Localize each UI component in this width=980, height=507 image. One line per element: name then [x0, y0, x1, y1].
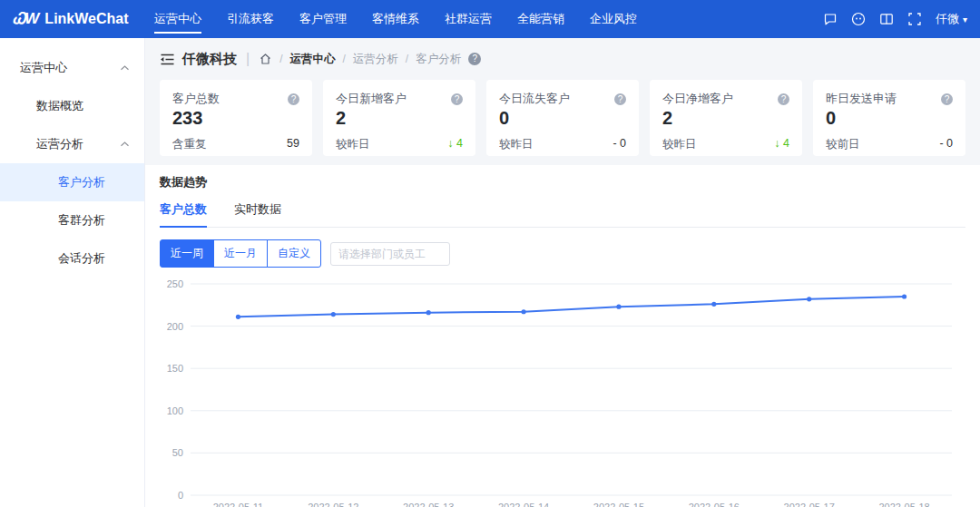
tab-realtime-data[interactable]: 实时数据 [234, 198, 281, 227]
company-name: 仟微科技 [182, 51, 237, 68]
stat-cards: 客户总数 ? 233 含重复 59 今日新增客户 ? 2 较昨日 ↓ 4 [145, 80, 980, 156]
fullscreen-icon[interactable] [907, 12, 922, 26]
collapse-sidebar-icon[interactable] [160, 53, 175, 66]
svg-text:2022-05-13: 2022-05-13 [403, 502, 454, 507]
stat-title: 今日新增客户 [336, 91, 407, 107]
sidebar-item-customer-group-analysis[interactable]: 客群分析 [0, 201, 144, 239]
stat-value: 0 [826, 108, 953, 129]
stat-sub-value: - 0 [939, 137, 953, 152]
main-nav: 运营中心 引流获客 客户管理 客情维系 社群运营 全能营销 企业风控 [142, 0, 650, 38]
stat-sub-label: 较昨日 [499, 137, 534, 152]
stat-value: 0 [499, 108, 626, 129]
stat-sub-value: ↓ 4 [774, 137, 789, 152]
help-icon[interactable]: ? [468, 53, 481, 65]
nav-item-omni-marketing[interactable]: 全能营销 [505, 0, 577, 38]
breadcrumb-operations-center[interactable]: 运营中心 [290, 52, 336, 67]
breadcrumb-separator: / [343, 53, 346, 65]
top-navbar: ᏇW LinkWeChat 运营中心 引流获客 客户管理 客情维系 社群运营 全… [0, 0, 980, 38]
svg-text:2022-05-18: 2022-05-18 [878, 502, 929, 507]
help-icon[interactable]: ? [778, 93, 789, 105]
tab-customer-total[interactable]: 客户总数 [160, 198, 207, 227]
breadcrumb: 仟微科技 | / 运营中心 / 运营分析 / 客户分析 ? [145, 38, 980, 80]
main-content: 仟微科技 | / 运营中心 / 运营分析 / 客户分析 ? 客户总数 ? 233 [145, 38, 980, 507]
chevron-down-icon: ▾ [963, 15, 967, 24]
stat-sub-value: ↓ 4 [447, 137, 463, 152]
range-custom-button[interactable]: 自定义 [267, 239, 321, 268]
stat-card-total-customers: 客户总数 ? 233 含重复 59 [160, 80, 312, 156]
github-icon[interactable] [851, 12, 866, 26]
nav-item-community-operations[interactable]: 社群运营 [432, 0, 505, 38]
nav-item-customer-relations[interactable]: 客情维系 [359, 0, 432, 38]
navbar-right: 仟微 ▾ [823, 11, 967, 27]
svg-text:100: 100 [167, 405, 183, 416]
sidebar-item-operations-analysis[interactable]: 运营分析 [0, 125, 144, 163]
stat-title: 客户总数 [172, 91, 220, 107]
help-icon[interactable]: ? [614, 93, 626, 105]
chart-controls: 近一周 近一月 自定义 [160, 239, 965, 268]
svg-text:2022-05-16: 2022-05-16 [689, 502, 740, 507]
stat-card-new-today: 今日新增客户 ? 2 较昨日 ↓ 4 [323, 80, 475, 156]
sidebar: 运营中心 数据概览 运营分析 客户分析 客群分析 会话分析 [0, 38, 145, 507]
stat-sub-label: 较昨日 [662, 137, 697, 152]
nav-item-customer-management[interactable]: 客户管理 [287, 0, 359, 38]
sidebar-item-label: 运营中心 [20, 60, 67, 76]
sidebar-item-label: 会话分析 [58, 250, 105, 267]
stat-title: 今日净增客户 [662, 91, 733, 107]
user-name: 仟微 [936, 11, 959, 27]
help-icon[interactable]: ? [288, 93, 299, 105]
stat-title: 昨日发送申请 [826, 91, 897, 107]
user-menu[interactable]: 仟微 ▾ [936, 11, 967, 27]
sidebar-item-session-analysis[interactable]: 会话分析 [0, 239, 144, 278]
sidebar-item-customer-analysis[interactable]: 客户分析 [0, 163, 144, 201]
message-icon[interactable] [823, 12, 838, 26]
sidebar-item-label: 客户分析 [58, 174, 105, 190]
section-title: 数据趋势 [160, 174, 965, 190]
breadcrumb-divider: | [246, 51, 250, 67]
sidebar-item-data-overview[interactable]: 数据概览 [0, 87, 144, 125]
logo[interactable]: ᏇW LinkWeChat [13, 10, 142, 28]
stat-sub-value: - 0 [612, 137, 626, 152]
stat-value: 233 [172, 108, 299, 129]
breadcrumb-operations-analysis[interactable]: 运营分析 [353, 52, 398, 67]
stat-sub-label: 较前日 [826, 137, 860, 152]
nav-item-operations-center[interactable]: 运营中心 [142, 0, 214, 38]
layout-columns-icon[interactable] [879, 12, 894, 26]
svg-text:200: 200 [167, 321, 183, 332]
stat-value: 2 [662, 108, 789, 129]
stat-value: 2 [336, 108, 463, 129]
home-icon[interactable] [259, 53, 272, 65]
help-icon[interactable]: ? [451, 93, 463, 105]
chart-area: 0501001502002502022-05-112022-05-122022-… [160, 271, 965, 507]
customer-trend-chart: 0501001502002502022-05-112022-05-122022-… [160, 271, 965, 507]
breadcrumb-separator: / [279, 53, 282, 65]
range-button-group: 近一周 近一月 自定义 [160, 239, 321, 268]
logo-icon: ᏇW [13, 10, 38, 28]
sidebar-item-operations-center[interactable]: 运营中心 [0, 49, 144, 87]
svg-text:2022-05-17: 2022-05-17 [784, 502, 835, 507]
range-month-button[interactable]: 近一月 [213, 239, 268, 268]
brand-name: LinkWeChat [44, 11, 128, 27]
chevron-up-icon [120, 141, 130, 148]
breadcrumb-separator: / [406, 53, 408, 65]
stat-card-lost-today: 今日流失客户 ? 0 较昨日 - 0 [486, 80, 639, 156]
chevron-up-icon [120, 64, 130, 72]
data-trend-panel: 数据趋势 客户总数 实时数据 近一周 近一月 自定义 0501001502002… [145, 165, 980, 507]
sidebar-item-label: 数据概览 [36, 98, 83, 114]
breadcrumb-customer-analysis[interactable]: 客户分析 [416, 52, 461, 67]
svg-text:2022-05-11: 2022-05-11 [213, 502, 263, 507]
svg-text:250: 250 [167, 278, 183, 289]
nav-item-lead-acquisition[interactable]: 引流获客 [214, 0, 287, 38]
sidebar-item-label: 运营分析 [36, 136, 83, 152]
svg-text:0: 0 [178, 490, 183, 501]
stat-card-requests-yesterday: 昨日发送申请 ? 0 较前日 - 0 [813, 80, 965, 156]
sidebar-item-label: 客群分析 [58, 212, 105, 229]
range-week-button[interactable]: 近一周 [160, 239, 214, 268]
nav-item-enterprise-risk[interactable]: 企业风控 [577, 0, 650, 38]
svg-text:2022-05-12: 2022-05-12 [308, 502, 358, 507]
stat-sub-value: 59 [287, 137, 299, 152]
dept-employee-picker[interactable] [330, 242, 450, 266]
svg-text:2022-05-15: 2022-05-15 [593, 502, 644, 507]
svg-text:50: 50 [172, 447, 183, 458]
stat-title: 今日流失客户 [499, 91, 570, 107]
help-icon[interactable]: ? [941, 93, 953, 105]
